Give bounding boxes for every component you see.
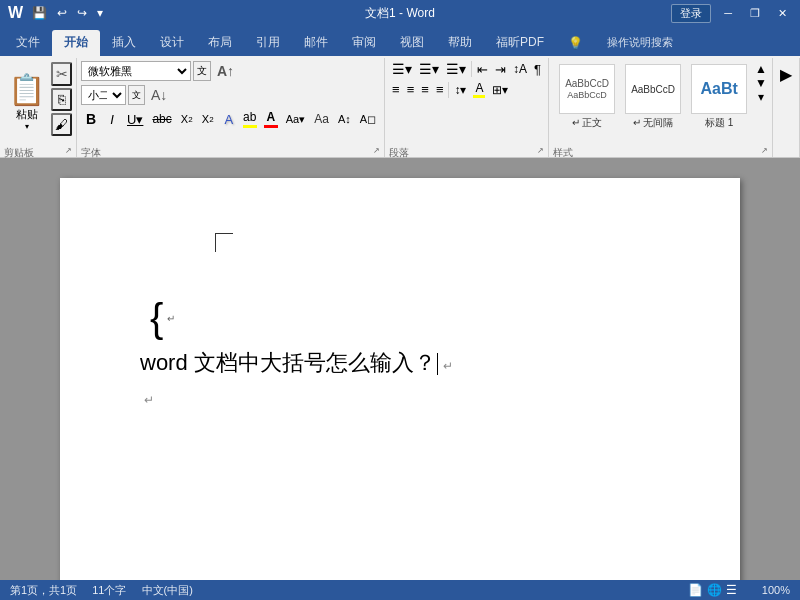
text-effects-button[interactable]: A [219, 108, 239, 130]
sort-button[interactable]: ↕A [510, 61, 530, 77]
change-case-button[interactable]: Aa [310, 108, 333, 130]
line-spacing-button[interactable]: ↕▾ [451, 82, 469, 98]
style-normal-preview: AaBbCcD AaBbCcD [559, 64, 615, 114]
tab-insert[interactable]: 插入 [100, 30, 148, 56]
view-print-btn[interactable]: 📄 [688, 583, 703, 597]
tab-search[interactable]: 操作说明搜索 [595, 30, 685, 56]
underline-button[interactable]: U▾ [123, 108, 147, 130]
paste-button[interactable]: 📋 粘贴 ▾ [4, 60, 49, 143]
clipboard-right: ✂ ⎘ 🖌 [51, 60, 72, 143]
copy-button[interactable]: ⎘ [51, 88, 72, 111]
document-page[interactable]: { ↵ word 文档中大括号怎么输入？↵ ↵ [60, 178, 740, 580]
style-heading1-preview: AaBt [691, 64, 747, 114]
tab-mailings[interactable]: 邮件 [292, 30, 340, 56]
shading-button[interactable]: A [470, 80, 488, 99]
restore-button[interactable]: ❐ [745, 6, 765, 21]
style-no-space[interactable]: AaBbCcD ↵ 无间隔 [621, 62, 685, 138]
format-painter-button[interactable]: 🖌 [51, 113, 72, 136]
list-bullets-button[interactable]: ☰▾ [389, 60, 415, 78]
paragraph-mark-empty: ↵ [144, 393, 154, 407]
title-left: W 💾 ↩ ↪ ▾ [8, 4, 106, 22]
view-outline-btn[interactable]: ☰ [726, 583, 737, 597]
superscript-button[interactable]: X2 [198, 108, 218, 130]
save-quick-btn[interactable]: 💾 [29, 5, 50, 21]
word-logo-icon: W [8, 4, 23, 22]
word-count: 11个字 [92, 583, 126, 598]
align-left-button[interactable]: ≡ [389, 81, 403, 98]
list-multilevel-button[interactable]: ☰▾ [443, 60, 469, 78]
font-size-select[interactable]: 小二 [81, 85, 126, 105]
menu-tabs: 文件 开始 插入 设计 布局 引用 邮件 审阅 视图 帮助 福昕PDF 💡 操作… [0, 26, 800, 56]
tab-foxitpdf[interactable]: 福昕PDF [484, 30, 556, 56]
char-spacing-button[interactable]: A↕ [334, 108, 355, 130]
style-no-space-label: ↵ 无间隔 [633, 116, 674, 130]
font-wen-button[interactable]: 文 [193, 61, 211, 81]
ribbon-group-clipboard: 📋 粘贴 ▾ ✂ ⎘ 🖌 剪贴板 ↗ [0, 58, 77, 157]
borders-button[interactable]: ⊞▾ [489, 82, 511, 98]
title-bar: W 💾 ↩ ↪ ▾ 文档1 - Word 登录 ─ ❐ ✕ [0, 0, 800, 26]
tab-references[interactable]: 引用 [244, 30, 292, 56]
bold-button[interactable]: B [81, 108, 101, 130]
tab-design[interactable]: 设计 [148, 30, 196, 56]
align-right-button[interactable]: ≡ [418, 81, 432, 98]
tab-layout[interactable]: 布局 [196, 30, 244, 56]
styles-expand-icon[interactable]: ↗ [761, 146, 768, 155]
tab-help[interactable]: 帮助 [436, 30, 484, 56]
undo-quick-btn[interactable]: ↩ [54, 5, 70, 21]
font-decrease-btn[interactable]: A↓ [147, 84, 171, 106]
indent-increase-button[interactable]: ⇥ [492, 61, 509, 78]
style-normal-label: ↵ 正文 [572, 116, 603, 130]
styles-scroll-up-button[interactable]: ▲ [755, 62, 767, 76]
ribbon: 📋 粘贴 ▾ ✂ ⎘ 🖌 剪贴板 ↗ 微软雅黑 文 A↑ [0, 56, 800, 158]
font-increase-btn[interactable]: A↑ [213, 60, 238, 82]
redo-quick-btn[interactable]: ↪ [74, 5, 90, 21]
paste-dropdown[interactable]: ▾ [25, 122, 29, 131]
clear-format-button[interactable]: Aa▾ [282, 108, 309, 130]
paragraph-mark-main: ↵ [443, 359, 453, 373]
style-heading1[interactable]: AaBt 标题 1 [687, 62, 751, 138]
window-title: 文档1 - Word [365, 5, 435, 22]
view-web-btn[interactable]: 🌐 [707, 583, 722, 597]
paste-icon: 📋 [8, 72, 45, 107]
font-name-select[interactable]: 微软雅黑 [81, 61, 191, 81]
main-content-text[interactable]: word 文档中大括号怎么输入？↵ [140, 348, 660, 378]
tab-home[interactable]: 开始 [52, 30, 100, 56]
justify-button[interactable]: ≡ [433, 81, 447, 98]
font-group-label: 字体 [81, 143, 101, 162]
font-color-button[interactable]: A [261, 108, 281, 130]
font-expand-icon[interactable]: ↗ [373, 146, 380, 155]
login-button[interactable]: 登录 [671, 4, 711, 23]
styles-more-button[interactable]: ▾ [755, 90, 767, 104]
list-numbers-button[interactable]: ☰▾ [416, 60, 442, 78]
clipboard-expand-icon[interactable]: ↗ [65, 146, 72, 155]
font-wen2-button[interactable]: 文 [128, 85, 145, 105]
minimize-button[interactable]: ─ [719, 6, 737, 20]
close-button[interactable]: ✕ [773, 6, 792, 21]
quick-access-toolbar: 💾 ↩ ↪ ▾ [29, 5, 106, 21]
phonetic-guide-button[interactable]: A◻ [356, 108, 380, 130]
style-heading1-label: 标题 1 [705, 116, 733, 130]
page-content: { ↵ word 文档中大括号怎么输入？↵ ↵ [140, 298, 660, 408]
quick-access-dropdown[interactable]: ▾ [94, 5, 106, 21]
style-normal[interactable]: AaBbCcD AaBbCcD ↵ 正文 [555, 62, 619, 138]
para-expand-icon[interactable]: ↗ [537, 146, 544, 155]
italic-button[interactable]: I [102, 108, 122, 130]
align-center-button[interactable]: ≡ [404, 81, 418, 98]
strikethrough-button[interactable]: abc [148, 108, 175, 130]
tab-lightbulb[interactable]: 💡 [556, 30, 595, 56]
tab-review[interactable]: 审阅 [340, 30, 388, 56]
show-marks-button[interactable]: ¶ [531, 61, 544, 78]
tab-view[interactable]: 视图 [388, 30, 436, 56]
paste-label: 粘贴 [16, 107, 38, 122]
page-info: 第1页，共1页 [10, 583, 77, 598]
title-right: 登录 ─ ❐ ✕ [671, 4, 792, 23]
document-area[interactable]: { ↵ word 文档中大括号怎么输入？↵ ↵ [0, 158, 800, 580]
indent-decrease-button[interactable]: ⇤ [474, 61, 491, 78]
cut-button[interactable]: ✂ [51, 62, 72, 86]
tab-file[interactable]: 文件 [4, 30, 52, 56]
styles-scroll-down-button[interactable]: ▼ [755, 76, 767, 90]
editing-overflow-button[interactable]: ▶ [777, 64, 795, 85]
subscript-button[interactable]: X2 [177, 108, 197, 130]
brace-character: { [150, 298, 163, 338]
highlight-button[interactable]: ab [240, 108, 260, 130]
